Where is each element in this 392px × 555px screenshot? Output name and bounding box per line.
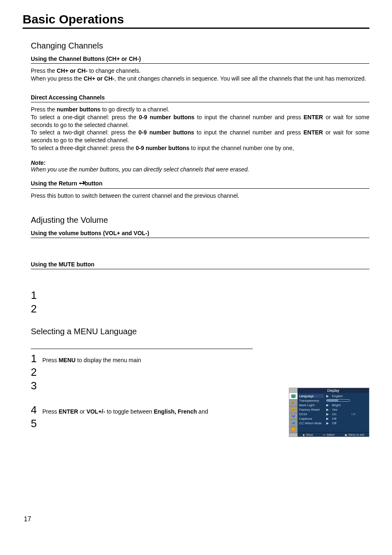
osd-row: CC When Mute ▶ Off <box>299 421 367 426</box>
list-item: 2 <box>31 303 369 315</box>
dpad-icon: ◐ <box>302 433 305 436</box>
osd-footer: ◐Move ↵Select ▣Menu to exit <box>297 432 369 437</box>
osd-value: On <box>332 412 337 416</box>
text: Using the Return <box>31 180 79 187</box>
display-icon <box>289 393 297 400</box>
text: to display the menu main <box>76 357 141 363</box>
osd-label: Captions <box>299 417 324 421</box>
play-icon: ▶ <box>326 421 329 425</box>
svg-rect-5 <box>292 428 295 430</box>
text: Move <box>306 433 313 436</box>
text: to go directly to a channel. <box>101 106 169 113</box>
osd-value: English <box>332 394 343 398</box>
osd-label: Factory Reset <box>299 408 324 412</box>
text: or <box>78 408 86 415</box>
subheading-channel-buttons: Using the Channel Buttons (CH+ or CH-) <box>31 56 369 64</box>
text-bold: ENTER <box>304 114 323 120</box>
heading-changing-channels: Changing Channels <box>31 41 369 51</box>
svg-rect-4 <box>292 422 293 423</box>
list-item: 1 Press MENU to display the menu main <box>31 352 369 365</box>
text-bold: VOL+/- <box>86 408 105 415</box>
sound-icon <box>289 400 297 406</box>
step-number: 1 <box>31 352 42 365</box>
osd-value: Bright <box>332 403 341 407</box>
text: to toggle between <box>105 408 154 415</box>
text: to change channels. <box>88 67 141 74</box>
osd-value: Off <box>332 417 337 421</box>
play-icon: ▶ <box>326 403 329 407</box>
rule-partial <box>31 341 369 349</box>
text: Select <box>327 433 334 436</box>
text: Press the <box>31 106 57 113</box>
play-icon: ▶ <box>326 408 329 412</box>
osd-body: Language ▶ English Transparency Back Lig… <box>289 393 369 433</box>
text-bold: MENU <box>59 357 76 363</box>
page-number: 17 <box>24 516 31 523</box>
play-icon: ▶ <box>326 412 329 416</box>
text-bold: 0-9 number buttons <box>139 114 194 120</box>
channel-icon <box>289 420 297 426</box>
step-number: 1 <box>31 289 42 302</box>
heading-adjusting-volume: Adjusting the Volume <box>31 215 369 225</box>
text-bold: ENTER <box>303 129 323 136</box>
osd-footer-move: ◐Move <box>302 433 313 436</box>
note-heading: Note: <box>31 160 369 166</box>
text-bold: CH+ or CH- <box>57 67 88 74</box>
step-number: 4 <box>31 404 42 416</box>
step-text: Press MENU to display the menu main <box>42 357 141 363</box>
text: Press the <box>31 67 57 74</box>
step-text: Press ENTER or VOL+/- to toggle between … <box>42 408 208 415</box>
osd-footer-exit: ▣Menu to exit <box>344 433 364 436</box>
page-title: Basic Operations <box>23 12 369 29</box>
text: Press <box>42 408 59 415</box>
osd-row: DCDi ▶ On Off <box>299 412 367 416</box>
text-bold: ENTER <box>59 408 78 415</box>
text-direct-access: Press the number buttons to go directly … <box>31 106 369 152</box>
subheading-volume-buttons: Using the volume buttons (VOL+ and VOL-) <box>31 230 369 238</box>
osd-label: Transparency <box>299 399 324 402</box>
text: to input the channel number and press <box>194 114 303 120</box>
text: To select a two-digit channel: press the <box>31 129 138 136</box>
osd-label: Back Light <box>299 403 324 407</box>
play-icon: ▶ <box>326 417 329 421</box>
text-channel-buttons: Press the CH+ or CH- to change channels.… <box>31 67 369 83</box>
page-content: Changing Channels Using the Channel Butt… <box>23 41 369 430</box>
osd-menu-graphic: Display Language ▶ English Transparency … <box>289 388 369 437</box>
osd-title: Display <box>297 388 369 393</box>
text: When you press the <box>31 75 83 82</box>
osd-row: Captions ▶ Off <box>299 416 367 421</box>
step-number: 3 <box>31 379 42 392</box>
osd-label: DCDi <box>299 412 324 416</box>
osd-footer-select: ↵Select <box>323 433 334 436</box>
text: to input the channel number one by one, <box>189 145 294 151</box>
text: button <box>85 180 103 187</box>
osd-label: CC When Mute <box>299 421 324 425</box>
text-return-button: Press this button to switch between the … <box>31 192 369 200</box>
osd-row: Transparency <box>299 398 367 403</box>
osd-icon-column <box>289 393 297 433</box>
list-item: 2 <box>31 366 369 379</box>
text-bold: 0-9 number buttons <box>138 129 194 136</box>
play-icon: ▶ <box>326 394 329 398</box>
osd-row: Factory Reset ▶ Yes <box>299 407 367 412</box>
osd-value-off: Off <box>351 412 356 416</box>
note-body: When you use the number buttons, you can… <box>31 166 369 173</box>
osd-row: Back Light ▶ Bright <box>299 403 367 407</box>
pc-icon <box>289 427 297 433</box>
osd-main-panel: Language ▶ English Transparency Back Lig… <box>297 393 369 433</box>
heading-menu-language: Selecting a MENU Language <box>31 327 369 336</box>
subheading-mute-button: Using the MUTE button <box>31 261 369 269</box>
step-number: 2 <box>31 303 42 315</box>
return-icon <box>79 180 85 187</box>
osd-value: Yes <box>332 408 337 412</box>
svg-rect-0 <box>291 395 295 398</box>
osd-label: Language <box>299 394 324 398</box>
picture-icon <box>289 407 297 413</box>
subheading-return-button: Using the Return button <box>31 180 369 189</box>
text-bold: English, French <box>154 408 197 415</box>
slider-icon <box>326 399 350 402</box>
svg-rect-6 <box>293 430 294 431</box>
enter-icon: ↵ <box>323 433 326 436</box>
step-number: 5 <box>31 417 42 430</box>
step-number: 2 <box>31 366 42 379</box>
